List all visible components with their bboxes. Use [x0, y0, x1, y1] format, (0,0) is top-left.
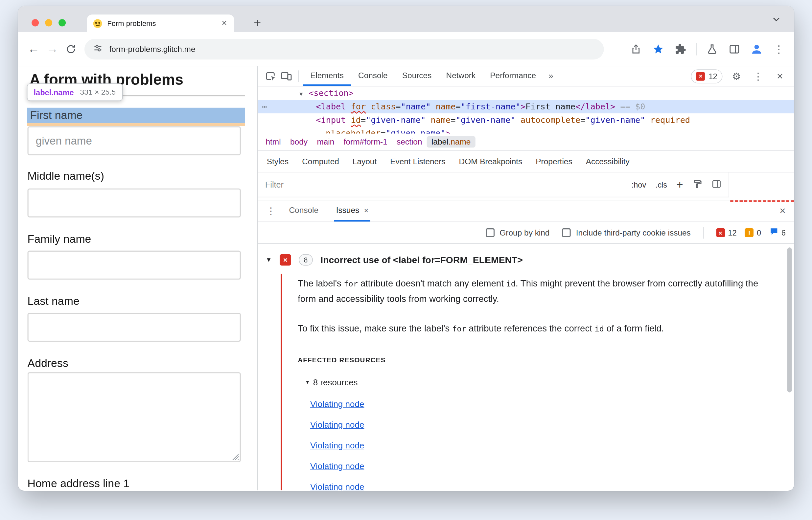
- issue-header[interactable]: ▼ × 8 Incorrect use of <label for=FORM_E…: [258, 244, 794, 265]
- affected-resources-heading: AFFECTED RESOURCES: [298, 356, 794, 364]
- devtools-error-badge[interactable]: × 12: [691, 69, 722, 83]
- inspect-element-icon[interactable]: [263, 68, 279, 84]
- macos-zoom-button[interactable]: [58, 19, 66, 26]
- paint-roller-icon[interactable]: [692, 179, 702, 190]
- messages-count: 6: [782, 228, 786, 237]
- violating-links: Violating nodeViolating nodeViolating no…: [310, 393, 794, 490]
- tab-close-icon[interactable]: ×: [221, 18, 228, 29]
- new-tab-button[interactable]: +: [248, 14, 267, 32]
- sidebar-tab-accessibility[interactable]: Accessibility: [579, 151, 636, 172]
- address-textarea[interactable]: [28, 372, 241, 462]
- devtools-settings-gear-icon[interactable]: ⚙: [729, 68, 744, 84]
- devtools-close-icon[interactable]: ×: [772, 68, 788, 84]
- expand-twisty-icon[interactable]: ▼: [299, 87, 309, 101]
- sidebar-tab-event-listeners[interactable]: Event Listeners: [383, 151, 452, 172]
- middle-name-input[interactable]: [28, 188, 241, 217]
- toggle-class-button[interactable]: .cls: [656, 180, 667, 189]
- resize-handle-icon[interactable]: [232, 453, 238, 460]
- group-by-kind-checkbox[interactable]: Group by kind: [486, 228, 550, 237]
- toggle-element-state-button[interactable]: :hov: [632, 180, 646, 189]
- breadcrumb-form-form-1[interactable]: form#form-1: [339, 136, 392, 148]
- violating-node-link[interactable]: Violating node: [310, 482, 364, 490]
- macos-close-button[interactable]: [31, 19, 39, 26]
- resources-expander[interactable]: ▾ 8 resources: [306, 378, 794, 387]
- device-toolbar-icon[interactable]: [279, 68, 294, 84]
- bookmark-star-icon[interactable]: [649, 40, 667, 58]
- breadcrumb-label-name[interactable]: label.name: [427, 136, 476, 148]
- sidebar-tab-computed[interactable]: Computed: [296, 151, 346, 172]
- url-bar[interactable]: form-problems.glitch.me: [84, 38, 604, 59]
- extensions-puzzle-icon[interactable]: [672, 40, 689, 58]
- issue-count-badge: 8: [299, 254, 313, 266]
- code-token: id: [351, 115, 361, 125]
- code-line[interactable]: placeholder="given name">: [258, 127, 794, 133]
- third-party-cookie-checkbox[interactable]: Include third-party cookie issues: [562, 228, 691, 237]
- breadcrumb-section[interactable]: section: [392, 136, 427, 148]
- reload-button[interactable]: [62, 40, 80, 58]
- violating-node-link[interactable]: Violating node: [310, 399, 364, 409]
- forward-button[interactable]: →: [43, 40, 62, 58]
- drawer-close-icon[interactable]: ×: [780, 205, 785, 217]
- scrollbar-thumb[interactable]: [787, 248, 792, 392]
- share-icon[interactable]: [627, 40, 645, 58]
- breadcrumb-main[interactable]: main: [312, 136, 339, 148]
- browser-kebab-menu-icon[interactable]: ⋮: [770, 40, 788, 58]
- more-tabs-icon[interactable]: »: [543, 71, 558, 81]
- drawer-tabs: ConsoleIssues×: [287, 200, 384, 222]
- drawer-tab-label: Console: [289, 206, 319, 215]
- family-name-input[interactable]: [28, 251, 241, 280]
- toggle-styles-sidebar-icon[interactable]: [711, 179, 721, 190]
- devtools-tab-performance[interactable]: Performance: [483, 67, 543, 86]
- sidebar-tab-properties[interactable]: Properties: [529, 151, 579, 172]
- violating-node-link[interactable]: Violating node: [310, 419, 364, 429]
- code-line[interactable]: ▼<section>: [258, 86, 794, 100]
- code-token: >: [446, 128, 451, 134]
- drawer-kebab-menu-icon[interactable]: ⋮: [266, 205, 275, 217]
- devtools-tab-console[interactable]: Console: [351, 67, 395, 86]
- code-token: =: [361, 115, 366, 125]
- errors-count: 12: [728, 228, 736, 237]
- tooltip-dimensions: 331 × 25.5: [80, 88, 116, 96]
- drawer-tab-issues[interactable]: Issues×: [334, 200, 370, 222]
- family-name-label: Family name: [28, 233, 91, 246]
- code-line[interactable]: <input id="given-name" name="given-name"…: [258, 113, 794, 127]
- breadcrumb-body[interactable]: body: [285, 136, 312, 148]
- violating-node-link[interactable]: Violating node: [310, 461, 364, 471]
- sidebar-tab-dom-breakpoints[interactable]: DOM Breakpoints: [452, 151, 529, 172]
- inspect-highlight-overlay[interactable]: First name: [27, 108, 245, 123]
- browser-tab[interactable]: Form problems ×: [87, 15, 234, 32]
- code-line[interactable]: ⋯<label for class="name" name="first-nam…: [258, 100, 794, 113]
- macos-minimize-button[interactable]: [45, 19, 52, 26]
- sidebar-tab-styles[interactable]: Styles: [260, 151, 296, 172]
- styles-sidebar-tabs: StylesComputedLayoutEvent ListenersDOM B…: [258, 151, 794, 173]
- breadcrumb-html[interactable]: html: [261, 136, 285, 148]
- code-token: name: [431, 115, 451, 125]
- last-name-input[interactable]: [28, 313, 241, 342]
- new-style-rule-button[interactable]: +: [676, 178, 683, 191]
- given-name-input[interactable]: given name: [28, 127, 241, 155]
- issue-expand-twisty-icon[interactable]: ▼: [265, 256, 272, 263]
- toolbar-divider: [696, 43, 697, 55]
- violating-node-link[interactable]: Violating node: [310, 440, 364, 450]
- tab-overview-chevron-icon[interactable]: [772, 15, 781, 26]
- inline-code: id: [506, 279, 515, 288]
- devtools-tab-network[interactable]: Network: [439, 67, 483, 86]
- devtools-kebab-menu-icon[interactable]: ⋮: [751, 68, 766, 84]
- side-panel-icon[interactable]: [726, 40, 743, 58]
- site-settings-tune-icon[interactable]: [93, 43, 103, 55]
- code-token: "given-name": [366, 115, 426, 125]
- back-button[interactable]: ←: [24, 40, 43, 58]
- sidebar-tab-layout[interactable]: Layout: [346, 151, 383, 172]
- close-tab-icon[interactable]: ×: [364, 206, 369, 214]
- styles-filter-input[interactable]: Filter: [265, 180, 284, 189]
- code-token: placeholder: [326, 128, 381, 134]
- profile-avatar-icon[interactable]: [748, 40, 766, 58]
- devtools-tab-elements[interactable]: Elements: [303, 67, 351, 86]
- affected-resource-row: Violating node: [310, 393, 794, 414]
- drawer-tab-console[interactable]: Console: [287, 200, 321, 222]
- line-options-dots-icon[interactable]: ⋯: [262, 100, 267, 113]
- affected-resource-row: Violating node: [310, 476, 794, 490]
- devtools-tabs: ElementsConsoleSourcesNetworkPerformance: [303, 67, 543, 86]
- devtools-tab-sources[interactable]: Sources: [395, 67, 439, 86]
- labs-flask-icon[interactable]: [703, 40, 721, 58]
